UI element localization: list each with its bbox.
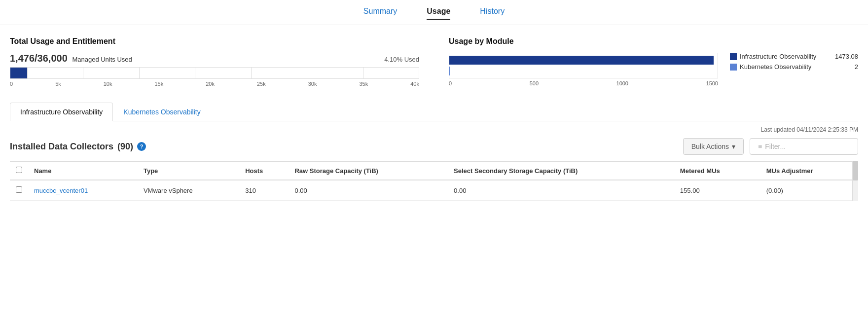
row-raw-storage: 0.00 bbox=[289, 180, 448, 201]
usage-fraction-label: 1,476/36,000 Managed Units Used bbox=[10, 53, 132, 64]
collectors-actions: Bulk Actions ▾ ≡ Filter... bbox=[683, 138, 858, 155]
collectors-title-text: Installed Data Collectors bbox=[10, 142, 113, 152]
usage-fraction: 1,476/36,000 bbox=[10, 53, 68, 64]
module-chart-container: 0 500 1000 1500 Infrastructure Observabi… bbox=[449, 53, 858, 86]
header-secondary-storage: Select Secondary Storage Capacity (TiB) bbox=[448, 161, 674, 180]
row-name-link[interactable]: muccbc_vcenter01 bbox=[34, 187, 88, 194]
header-mus-adjustment: MUs Adjustmer bbox=[760, 161, 858, 180]
tab-k8s-observability[interactable]: Kubernetes Observability bbox=[113, 103, 211, 121]
bulk-actions-label: Bulk Actions bbox=[691, 143, 729, 150]
top-navigation: Summary Usage History bbox=[0, 0, 868, 25]
row-secondary-storage: 0.00 bbox=[448, 180, 674, 201]
header-name: Name bbox=[28, 161, 138, 180]
table-body: muccbc_vcenter01 VMware vSphere 310 0.00… bbox=[10, 180, 858, 201]
filter-placeholder: Filter... bbox=[765, 143, 786, 150]
module-axis: 0 500 1000 1500 bbox=[449, 80, 718, 86]
header-metered-mus: Metered MUs bbox=[674, 161, 760, 180]
total-usage-bar-chart: 0 5k 10k 15k 20k 25k 30k 35k 40k bbox=[10, 67, 419, 87]
header-raw-storage: Raw Storage Capacity (TiB) bbox=[289, 161, 448, 180]
usage-header: 1,476/36,000 Managed Units Used 4.10% Us… bbox=[10, 53, 419, 64]
select-all-checkbox[interactable] bbox=[16, 167, 22, 173]
usage-percent: 4.10% Used bbox=[384, 56, 419, 63]
usage-by-module-section: Usage by Module 0 5 bbox=[449, 37, 858, 87]
data-collectors-table: Name Type Hosts Raw Storage Capacity (Ti… bbox=[10, 161, 858, 201]
bulk-actions-button[interactable]: Bulk Actions ▾ bbox=[683, 138, 744, 155]
collectors-count: (90) bbox=[117, 142, 133, 152]
bar-fill bbox=[10, 68, 27, 78]
header-type: Type bbox=[138, 161, 239, 180]
module-bar-track bbox=[449, 53, 718, 78]
legend-value-infra: 1473.08 bbox=[835, 53, 858, 60]
collectors-title: Installed Data Collectors (90) ? bbox=[10, 142, 146, 152]
row-name: muccbc_vcenter01 bbox=[28, 180, 138, 201]
bar-track bbox=[10, 67, 419, 79]
scrollbar-thumb[interactable] bbox=[853, 161, 858, 180]
module-bar-area: 0 500 1000 1500 bbox=[449, 53, 718, 86]
row-checkbox bbox=[10, 180, 28, 201]
tab-infra-observability[interactable]: Infrastructure Observability bbox=[10, 103, 113, 121]
tab-usage[interactable]: Usage bbox=[427, 7, 450, 20]
data-collectors-table-wrapper: Name Type Hosts Raw Storage Capacity (Ti… bbox=[10, 161, 858, 201]
collectors-header: Installed Data Collectors (90) ? Bulk Ac… bbox=[10, 138, 858, 155]
module-bar-k8s bbox=[449, 67, 718, 75]
table-header-row: Name Type Hosts Raw Storage Capacity (Ti… bbox=[10, 161, 858, 180]
total-usage-title: Total Usage and Entitlement bbox=[10, 37, 419, 46]
filter-input[interactable]: ≡ Filter... bbox=[750, 138, 858, 155]
legend-name-infra: Infrastructure Observability bbox=[740, 53, 828, 60]
header-hosts: Hosts bbox=[239, 161, 289, 180]
tab-history[interactable]: History bbox=[480, 7, 505, 20]
main-content: Total Usage and Entitlement 1,476/36,000… bbox=[0, 37, 868, 201]
row-type: VMware vSphere bbox=[138, 180, 239, 201]
detail-tabs: Infrastructure Observability Kubernetes … bbox=[10, 103, 858, 121]
legend-color-k8s bbox=[730, 64, 737, 71]
scrollbar[interactable] bbox=[852, 161, 858, 201]
module-legend: Infrastructure Observability 1473.08 Kub… bbox=[730, 53, 858, 71]
row-hosts: 310 bbox=[239, 180, 289, 201]
module-bar-infra bbox=[449, 56, 718, 65]
legend-item-k8s: Kubernetes Observability 2 bbox=[730, 63, 858, 71]
bar-grid-segments bbox=[27, 68, 419, 78]
filter-icon: ≡ bbox=[758, 143, 762, 150]
dropdown-arrow-icon: ▾ bbox=[732, 143, 735, 150]
row-mus-adjustment: (0.00) bbox=[760, 180, 858, 201]
legend-name-k8s: Kubernetes Observability bbox=[740, 63, 848, 71]
row-metered-mus: 155.00 bbox=[674, 180, 760, 201]
header-checkbox-col bbox=[10, 161, 28, 180]
legend-color-infra bbox=[730, 53, 737, 60]
tab-summary[interactable]: Summary bbox=[363, 7, 397, 20]
legend-item-infra: Infrastructure Observability 1473.08 bbox=[730, 53, 858, 60]
usage-by-module-title: Usage by Module bbox=[449, 37, 858, 46]
table-row: muccbc_vcenter01 VMware vSphere 310 0.00… bbox=[10, 180, 858, 201]
table-header: Name Type Hosts Raw Storage Capacity (Ti… bbox=[10, 161, 858, 180]
usage-unit: Managed Units Used bbox=[72, 56, 132, 63]
total-usage-section: Total Usage and Entitlement 1,476/36,000… bbox=[10, 37, 419, 87]
total-usage-axis: 0 5k 10k 15k 20k 25k 30k 35k 40k bbox=[10, 81, 419, 87]
charts-row: Total Usage and Entitlement 1,476/36,000… bbox=[10, 37, 858, 87]
last-updated: Last updated 04/11/2024 2:25:33 PM bbox=[10, 126, 858, 133]
help-icon[interactable]: ? bbox=[137, 142, 146, 151]
row-select-checkbox[interactable] bbox=[16, 186, 22, 193]
legend-value-k8s: 2 bbox=[855, 63, 858, 71]
